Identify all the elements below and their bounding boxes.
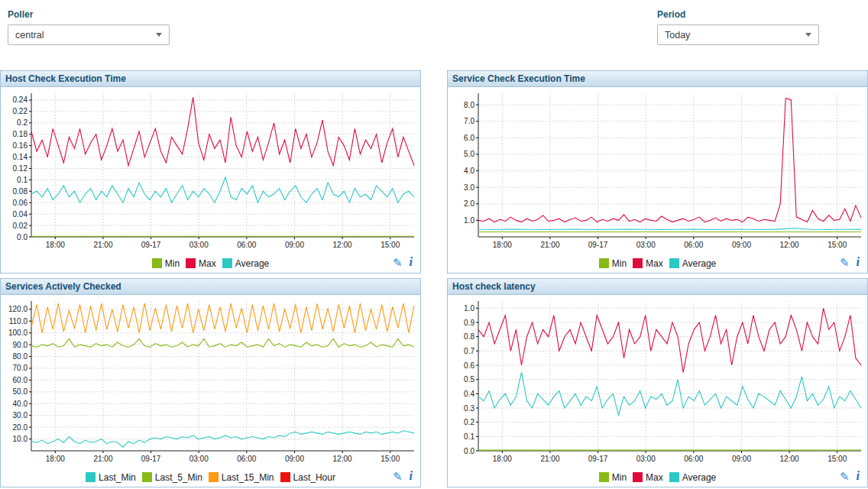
legend-swatch xyxy=(669,472,679,482)
svg-text:6.0: 6.0 xyxy=(464,134,474,142)
svg-text:18:00: 18:00 xyxy=(493,241,512,249)
svg-text:09:00: 09:00 xyxy=(732,241,751,249)
legend-swatch xyxy=(152,258,162,268)
panel-service-check-execution-time: Service Check Execution Time 18:0021:000… xyxy=(447,70,868,274)
legend-item-max[interactable]: Max xyxy=(633,472,663,483)
filter-bar: Poller central Period Today xyxy=(0,0,868,70)
poller-label: Poller xyxy=(8,9,170,20)
svg-text:90.0: 90.0 xyxy=(13,341,28,349)
legend-swatch xyxy=(142,472,152,482)
panel-icons: ✎ i xyxy=(393,470,415,482)
legend-label: Last_Min xyxy=(99,472,136,483)
panel-icons: ✎ i xyxy=(393,256,415,268)
edit-chart-icon[interactable]: ✎ xyxy=(393,471,403,482)
svg-text:80.0: 80.0 xyxy=(13,352,28,361)
chart-host-check-execution-time[interactable]: 18:0021:0009-1703:0006:0009:0012:0015:00… xyxy=(1,87,420,254)
svg-text:03:00: 03:00 xyxy=(636,455,656,463)
svg-text:06:00: 06:00 xyxy=(237,455,256,463)
legend-item-min[interactable]: Min xyxy=(599,258,627,269)
svg-text:0.16: 0.16 xyxy=(13,141,28,150)
legend-label: Average xyxy=(682,258,716,269)
chevron-down-icon xyxy=(805,33,811,37)
panel-host-check-execution-time: Host Check Execution Time 18:0021:0009-1… xyxy=(0,70,421,274)
legend-item-max[interactable]: Max xyxy=(633,258,663,269)
chart-legend: MinMaxAverage xyxy=(152,258,270,269)
svg-text:0.04: 0.04 xyxy=(13,210,28,219)
legend-item-average[interactable]: Average xyxy=(669,258,716,269)
panel-title: Services Actively Checked xyxy=(1,279,420,295)
chart-host-check-latency[interactable]: 18:0021:0009-1703:0006:0009:0012:0015:00… xyxy=(448,295,867,468)
panel-footer: MinMaxAverage ✎ i xyxy=(1,254,420,273)
period-select[interactable]: Today xyxy=(657,24,819,45)
svg-text:70.0: 70.0 xyxy=(13,364,28,372)
svg-text:110.0: 110.0 xyxy=(9,317,28,325)
info-icon[interactable]: i xyxy=(857,470,862,482)
legend-item-last_hour[interactable]: Last_Hour xyxy=(280,472,335,483)
legend-label: Min xyxy=(612,472,627,483)
svg-text:03:00: 03:00 xyxy=(189,241,209,249)
svg-text:0.24: 0.24 xyxy=(13,96,28,104)
legend-label: Min xyxy=(165,258,180,269)
panel-icons: ✎ i xyxy=(840,470,862,482)
panel-footer: MinMaxAverage ✎ i xyxy=(448,254,867,273)
edit-chart-icon[interactable]: ✎ xyxy=(393,257,403,268)
svg-text:0.0: 0.0 xyxy=(464,447,474,455)
svg-text:0.08: 0.08 xyxy=(13,187,28,196)
legend-item-min[interactable]: Min xyxy=(152,258,180,269)
legend-label: Max xyxy=(646,472,663,483)
legend-swatch xyxy=(633,472,643,482)
svg-text:0.7: 0.7 xyxy=(464,347,474,355)
svg-text:03:00: 03:00 xyxy=(189,455,209,463)
svg-text:09-17: 09-17 xyxy=(141,241,161,249)
info-icon[interactable]: i xyxy=(410,256,415,268)
svg-text:09-17: 09-17 xyxy=(141,455,161,463)
legend-item-max[interactable]: Max xyxy=(186,258,216,269)
legend-label: Average xyxy=(235,258,269,269)
svg-text:0.18: 0.18 xyxy=(13,130,28,138)
chart-services-actively-checked[interactable]: 18:0021:0009-1703:0006:0009:0012:0015:00… xyxy=(1,295,420,468)
info-icon[interactable]: i xyxy=(857,256,862,268)
svg-text:09-17: 09-17 xyxy=(588,455,608,463)
legend-item-average[interactable]: Average xyxy=(669,472,716,483)
panel-icons: ✎ i xyxy=(840,256,862,268)
legend-item-average[interactable]: Average xyxy=(222,258,269,269)
svg-text:12:00: 12:00 xyxy=(333,455,352,463)
legend-item-last_min[interactable]: Last_Min xyxy=(86,472,136,483)
charts-grid: Host Check Execution Time 18:0021:0009-1… xyxy=(0,70,868,487)
poller-select[interactable]: central xyxy=(8,24,170,45)
svg-text:0.3: 0.3 xyxy=(464,404,474,413)
info-icon[interactable]: i xyxy=(410,470,415,482)
svg-text:0.1: 0.1 xyxy=(17,176,28,184)
svg-text:0.6: 0.6 xyxy=(464,361,474,370)
svg-text:0.06: 0.06 xyxy=(13,199,28,207)
edit-chart-icon[interactable]: ✎ xyxy=(840,471,850,482)
legend-item-last_5_min[interactable]: Last_5_Min xyxy=(142,472,202,483)
period-label: Period xyxy=(657,9,819,20)
chart-service-check-execution-time[interactable]: 18:0021:0009-1703:0006:0009:0012:0015:00… xyxy=(448,87,867,254)
svg-text:09-17: 09-17 xyxy=(588,241,608,249)
legend-item-last_15_min[interactable]: Last_15_Min xyxy=(209,472,274,483)
svg-text:06:00: 06:00 xyxy=(237,241,256,249)
svg-text:50.0: 50.0 xyxy=(13,387,28,396)
period-selected-value: Today xyxy=(665,30,690,40)
svg-text:0.22: 0.22 xyxy=(13,107,28,115)
legend-label: Last_Hour xyxy=(293,472,335,483)
svg-text:12:00: 12:00 xyxy=(333,241,352,249)
svg-text:15:00: 15:00 xyxy=(381,241,400,249)
legend-item-min[interactable]: Min xyxy=(599,472,627,483)
svg-text:0.2: 0.2 xyxy=(17,118,28,127)
svg-text:0.0: 0.0 xyxy=(17,233,28,241)
svg-text:03:00: 03:00 xyxy=(636,241,656,249)
svg-text:3.0: 3.0 xyxy=(464,183,474,192)
legend-label: Max xyxy=(199,258,216,269)
panel-footer: MinMaxAverage ✎ i xyxy=(448,468,867,487)
svg-text:0.02: 0.02 xyxy=(13,222,28,230)
svg-text:120.0: 120.0 xyxy=(8,305,28,313)
svg-text:0.5: 0.5 xyxy=(464,375,474,384)
edit-chart-icon[interactable]: ✎ xyxy=(840,257,850,268)
svg-text:20.0: 20.0 xyxy=(13,423,28,432)
svg-text:06:00: 06:00 xyxy=(684,455,703,463)
svg-text:09:00: 09:00 xyxy=(732,455,751,463)
legend-label: Average xyxy=(682,472,716,483)
period-filter: Period Today xyxy=(657,9,819,45)
